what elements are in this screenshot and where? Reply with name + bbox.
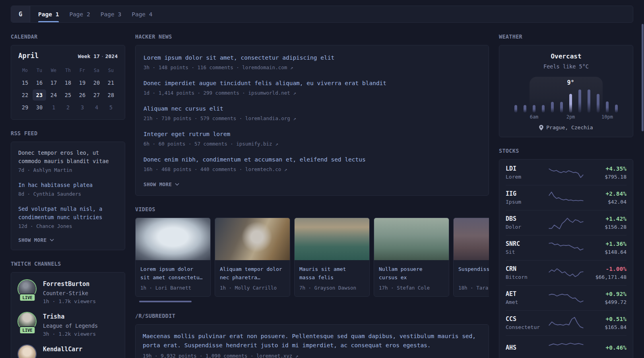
stock-symbol: LDI bbox=[506, 165, 547, 173]
rss-card: Donec tempor eros leo, ut commodo mauris… bbox=[11, 142, 125, 250]
weather-location-row: Prague, Czechia bbox=[506, 125, 627, 130]
twitch-channel-meta: 1h · 1.7k viewers bbox=[43, 298, 96, 305]
twitch-channel-name: Trisha bbox=[43, 313, 98, 321]
hacker-news-item-title[interactable]: Aliquam nec cursus elit bbox=[144, 104, 481, 113]
rss-item: Sed volutpat nulla nisl, a condimentum n… bbox=[18, 205, 118, 230]
rss-item-title[interactable]: In hac habitasse platea bbox=[18, 181, 118, 189]
weather-bar-slot bbox=[539, 105, 548, 113]
weather-bar bbox=[542, 105, 545, 113]
video-thumbnail bbox=[454, 218, 489, 260]
stocks-section-title: STOCKS bbox=[499, 148, 633, 154]
tab-page-3[interactable]: Page 3 bbox=[95, 6, 126, 22]
video-card[interactable]: Suspendisse diam18h · Tara bbox=[453, 218, 489, 297]
calendar-weekday: Tu bbox=[33, 67, 46, 74]
dot-separator: · bbox=[100, 53, 105, 59]
video-card[interactable]: Mauris sit amet massa felis7h · Grayson … bbox=[294, 218, 370, 297]
calendar-month-label: April bbox=[18, 52, 39, 60]
tab-page-2[interactable]: Page 2 bbox=[64, 6, 95, 22]
stock-row[interactable]: LDILorem+4.35%$795.18 bbox=[506, 160, 627, 185]
stocks-widget: STOCKS LDILorem+4.35%$795.18IIGIpsum+2.8… bbox=[499, 148, 633, 358]
stock-row[interactable]: IIGIpsum+2.84%$42.04 bbox=[506, 185, 627, 210]
video-title: Suspendisse diam bbox=[454, 265, 489, 282]
twitch-channel-info: ForrestBurtonCounter-Strike1h · 1.7k vie… bbox=[43, 279, 96, 305]
video-meta: 18h · Tara bbox=[454, 285, 489, 291]
left-column: CALENDAR April Week 17·2024 MoTuWeThFrSa… bbox=[11, 33, 125, 358]
video-card[interactable]: Aliquam tempor dolor nec pharetra…1h · M… bbox=[215, 218, 290, 297]
twitch-channel-meta: 3h · 1.2k viewers bbox=[43, 331, 98, 338]
tab-page-4[interactable]: Page 4 bbox=[126, 6, 157, 22]
app-logo[interactable]: G bbox=[11, 6, 30, 22]
hacker-news-item: Donec imperdiet augue tincidunt felis al… bbox=[144, 79, 481, 97]
video-thumbnail bbox=[136, 218, 210, 260]
rss-item-title[interactable]: Sed volutpat nulla nisl, a condimentum n… bbox=[18, 205, 118, 222]
stock-values: +4.35%$795.18 bbox=[585, 165, 627, 181]
twitch-channel-game: Counter-Strike bbox=[43, 290, 96, 297]
stock-row[interactable]: DBSDolor+1.42%$156.28 bbox=[506, 210, 627, 235]
stock-sparkline bbox=[547, 265, 585, 280]
weather-bar-slot bbox=[584, 90, 594, 113]
calendar-day: 4 bbox=[90, 102, 103, 113]
calendar-day: 2 bbox=[61, 102, 75, 113]
stock-row[interactable]: CCSConsectetur+0.51%$165.84 bbox=[506, 310, 627, 335]
videos-scrollbar-thumb[interactable] bbox=[139, 301, 192, 302]
rss-item: In hac habitasse platea8d · Cynthia Saun… bbox=[18, 181, 118, 198]
hacker-news-item-title[interactable]: Integer eget rutrum lorem bbox=[144, 130, 481, 138]
hacker-news-item-title[interactable]: Donec enim nibh, condimentum et accumsan… bbox=[144, 155, 481, 164]
stock-values: +0.46% bbox=[585, 344, 627, 352]
stock-row[interactable]: CRNBitcorn-1.00%$66,171.48 bbox=[506, 260, 627, 285]
stock-change: +1.42% bbox=[585, 215, 627, 223]
hacker-news-item-title[interactable]: Donec imperdiet augue tincidunt felis al… bbox=[144, 79, 481, 88]
tab-page-1[interactable]: Page 1 bbox=[33, 6, 64, 22]
right-column: WEATHER Overcast Feels like 5°C 9° 6am2p… bbox=[499, 33, 633, 358]
calendar-day: 1 bbox=[47, 102, 60, 113]
video-title: Nullam posuere cursus ex bbox=[374, 265, 449, 282]
twitch-channel-list: LIVEForrestBurtonCounter-Strike1h · 1.7k… bbox=[17, 279, 118, 358]
stock-values: +0.92%$499.72 bbox=[585, 290, 627, 306]
rss-item-meta: 7d · Ashlyn Martin bbox=[18, 167, 118, 174]
hacker-news-show-more-button[interactable]: SHOW MORE bbox=[144, 181, 481, 187]
stock-sparkline bbox=[547, 190, 585, 205]
videos-section-title: VIDEOS bbox=[135, 206, 489, 212]
stock-identity: LDILorem bbox=[506, 165, 547, 181]
stock-identity: CRNBitcorn bbox=[506, 265, 547, 281]
stock-sparkline bbox=[547, 240, 585, 255]
video-meta: 1h · Lori Barnett bbox=[136, 285, 210, 291]
rss-item-title[interactable]: Donec tempor eros leo, ut commodo mauris… bbox=[18, 149, 118, 165]
weather-bar bbox=[524, 105, 526, 113]
twitch-channel-row[interactable]: KendallCarr bbox=[17, 344, 118, 358]
hacker-news-list: Lorem ipsum dolor sit amet, consectetur … bbox=[144, 53, 481, 173]
subreddit-post-title[interactable]: Maecenas mollis pulvinar erat non posuer… bbox=[143, 332, 481, 350]
twitch-channel-row[interactable]: LIVETrishaLeague of Legends3h · 1.2k vie… bbox=[17, 312, 118, 338]
twitch-channel-game: League of Legends bbox=[43, 322, 98, 329]
calendar-weekday: Mo bbox=[18, 67, 32, 74]
hacker-news-item-meta: 3h · 148 points · 116 comments · loremdo… bbox=[144, 64, 481, 71]
stock-row[interactable]: AETAmet+0.92%$499.72 bbox=[506, 285, 627, 310]
stock-sparkline bbox=[547, 340, 585, 355]
page-scrollbar-thumb[interactable] bbox=[642, 24, 644, 131]
stock-values: +0.51%$165.84 bbox=[585, 315, 627, 331]
stock-change: +2.84% bbox=[585, 190, 627, 198]
rss-show-more-button[interactable]: SHOW MORE bbox=[18, 237, 118, 243]
hacker-news-item-meta: 21h · 710 points · 579 comments · loreml… bbox=[144, 115, 481, 122]
calendar-day: 25 bbox=[61, 90, 75, 101]
videos-track: Lorem ipsum dolor sit amet consectetu…1h… bbox=[135, 218, 489, 297]
weather-condition: Overcast bbox=[506, 53, 627, 60]
hacker-news-item-title[interactable]: Lorem ipsum dolor sit amet, consectetur … bbox=[144, 53, 481, 62]
stock-change: +0.51% bbox=[585, 315, 627, 323]
stock-name: Consectetur bbox=[506, 323, 547, 331]
subreddit-post-meta: 19h · 9,932 points · 1,090 comments · lo… bbox=[143, 352, 481, 358]
stock-values: +1.36%$148.64 bbox=[585, 240, 627, 256]
live-badge: LIVE bbox=[19, 294, 35, 302]
stock-row[interactable]: AHS+0.46% bbox=[506, 335, 627, 358]
calendar-day: 17 bbox=[47, 77, 60, 88]
video-card[interactable]: Nullam posuere cursus ex17h · Stefan Col… bbox=[374, 218, 449, 297]
subreddit-widget: /R/SUBREDDIT Maecenas mollis pulvinar er… bbox=[135, 313, 489, 358]
stock-change: -1.00% bbox=[585, 265, 627, 273]
twitch-channel-row[interactable]: LIVEForrestBurtonCounter-Strike1h · 1.7k… bbox=[17, 279, 118, 305]
video-card[interactable]: Lorem ipsum dolor sit amet consectetu…1h… bbox=[135, 218, 211, 297]
weather-section-title: WEATHER bbox=[499, 33, 633, 40]
hacker-news-item: Aliquam nec cursus elit21h · 710 points … bbox=[144, 104, 481, 122]
hacker-news-item-meta: 16h · 468 points · 440 comments · loremt… bbox=[144, 166, 481, 173]
video-title: Lorem ipsum dolor sit amet consectetu… bbox=[136, 265, 210, 282]
stock-row[interactable]: SNRCSit+1.36%$148.64 bbox=[506, 235, 627, 260]
